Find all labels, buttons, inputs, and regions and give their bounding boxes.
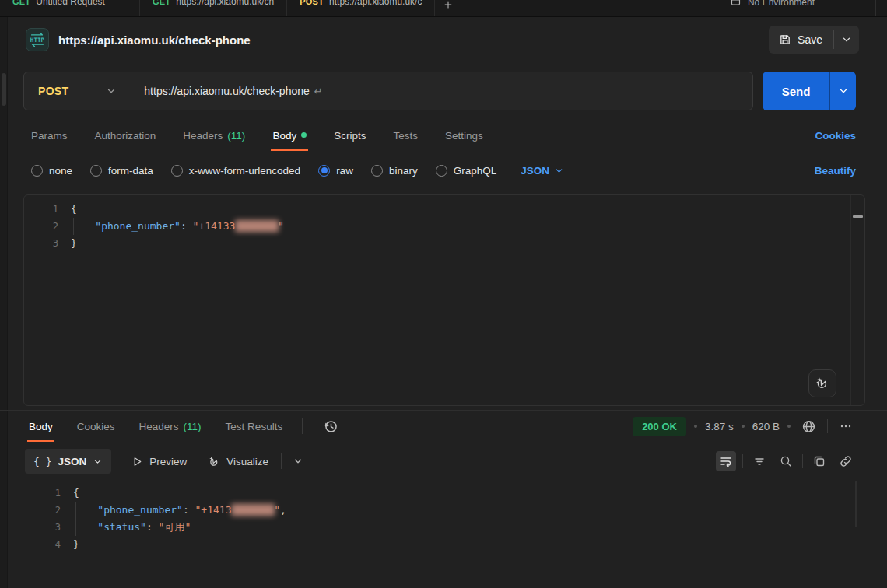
response-history-button[interactable] — [324, 419, 338, 434]
postbot-button[interactable] — [808, 369, 836, 397]
tab-label: Headers — [183, 130, 223, 142]
code-text: { — [61, 485, 79, 502]
cookies-link[interactable]: Cookies — [815, 130, 856, 142]
response-size[interactable]: 620 B — [752, 421, 780, 432]
filter-icon — [752, 454, 766, 468]
mode-raw[interactable]: raw — [318, 165, 353, 177]
search-button[interactable] — [776, 451, 796, 471]
icons-divider — [802, 454, 803, 468]
response-tab-headers[interactable]: Headers(11) — [138, 411, 203, 442]
tab-params[interactable]: Params — [30, 121, 69, 151]
response-options-button[interactable] — [836, 416, 856, 436]
request-tab-3-active[interactable]: POST https://api.xiaomu.uk/c — [287, 0, 435, 17]
mode-label: x-www-form-urlencoded — [189, 165, 300, 177]
save-options-button[interactable] — [834, 26, 859, 54]
copy-button[interactable] — [809, 451, 829, 471]
editor-scrollbar[interactable] — [850, 195, 864, 405]
tab-method-badge: POST — [300, 0, 324, 6]
headers-count: (11) — [227, 130, 245, 142]
code-line: 2 "phone_number": "+1413████████", — [23, 502, 864, 519]
modified-dot — [301, 132, 307, 138]
filter-button[interactable] — [749, 451, 770, 471]
code-text: } — [58, 235, 77, 252]
code-text: "phone_number": "+1413████████", — [61, 502, 286, 519]
tab-method-badge: GET — [12, 0, 30, 6]
network-info-button[interactable] — [798, 416, 819, 437]
mode-none[interactable]: none — [31, 165, 72, 177]
method-selector[interactable]: POST — [24, 72, 128, 110]
environment-selector[interactable]: No Environment — [730, 0, 815, 12]
radio-icon — [436, 165, 447, 177]
line-number: 2 — [23, 502, 61, 519]
environment-icon — [730, 0, 742, 7]
code-text: "phone_number": "+14133████████" — [58, 218, 284, 235]
mode-form-data[interactable]: form-data — [90, 165, 153, 177]
tab-title: https://api.xiaomu.uk/ch — [176, 0, 274, 7]
visualize-button[interactable]: Visualize — [207, 455, 268, 468]
code-line: 1{ — [23, 485, 864, 502]
request-body-editor[interactable]: 1{2 "phone_number": "+14133████████"3} — [23, 194, 865, 406]
topbar-divider — [875, 0, 876, 17]
request-body-code[interactable]: 1{2 "phone_number": "+14133████████"3} — [24, 195, 864, 252]
response-meta: 200 OK 3.87 s 620 B — [633, 416, 856, 437]
mode-label: GraphQL — [454, 165, 497, 177]
request-header: HTTP https://api.xiaomu.uk/check-phone S… — [8, 17, 887, 62]
response-time[interactable]: 3.87 s — [705, 421, 734, 432]
send-options-button[interactable] — [830, 72, 856, 110]
tab-body[interactable]: Body — [271, 121, 308, 151]
ellipsis-icon — [839, 419, 853, 433]
tab-authorization[interactable]: Authorization — [93, 121, 158, 151]
chevron-down-icon — [554, 166, 564, 176]
line-number: 3 — [23, 519, 61, 536]
send-button[interactable]: Send — [763, 72, 829, 110]
response-tab-test-results[interactable]: Test Results — [224, 411, 285, 442]
response-tab-cookies[interactable]: Cookies — [75, 411, 117, 442]
preview-label: Preview — [149, 456, 187, 467]
enter-hint: ↵ — [314, 86, 323, 97]
sidebar-scroll-thumb[interactable] — [2, 73, 6, 106]
tab-title: https://api.xiaomu.uk/c — [329, 0, 422, 7]
request-name-title[interactable]: https://api.xiaomu.uk/check-phone — [58, 33, 251, 47]
response-body-editor[interactable]: 1{2 "phone_number": "+1413████████",3 "s… — [23, 479, 864, 588]
wrap-text-button[interactable] — [716, 451, 736, 471]
line-number: 4 — [23, 536, 61, 553]
history-clock-icon — [324, 419, 338, 434]
line-number: 1 — [24, 201, 58, 218]
preview-button[interactable]: Preview — [131, 456, 187, 467]
mode-graphql[interactable]: GraphQL — [436, 165, 497, 177]
chevron-down-icon — [838, 86, 849, 96]
new-tab-button[interactable] — [435, 0, 461, 16]
mode-x-www-form-urlencoded[interactable]: x-www-form-urlencoded — [171, 165, 300, 177]
url-input[interactable]: https://api.xiaomu.uk/check-phone↵ — [128, 85, 752, 97]
method-label: POST — [38, 85, 68, 97]
language-selector[interactable]: JSON — [521, 165, 564, 177]
beautify-link[interactable]: Beautify — [815, 165, 856, 177]
tab-tests[interactable]: Tests — [391, 121, 419, 151]
send-split-button: Send — [763, 72, 856, 110]
editor-scroll-thumb[interactable] — [853, 215, 863, 218]
mode-binary[interactable]: binary — [371, 165, 418, 177]
tab-title: Untitled Request — [36, 0, 105, 7]
link-button[interactable] — [836, 451, 856, 471]
tab-label: Test Results — [226, 421, 283, 432]
environment-label: No Environment — [748, 0, 815, 8]
tab-settings[interactable]: Settings — [444, 121, 485, 151]
toolbar-divider — [281, 453, 282, 469]
radio-icon — [90, 165, 102, 177]
request-tab-2[interactable]: GET https://api.xiaomu.uk/ch — [140, 0, 287, 17]
tab-scripts[interactable]: Scripts — [332, 121, 367, 151]
radio-icon-selected — [318, 165, 330, 177]
response-format-dropdown[interactable]: { } JSON — [25, 449, 111, 474]
status-badge[interactable]: 200 OK — [633, 417, 686, 436]
response-body-code[interactable]: 1{2 "phone_number": "+1413████████",3 "s… — [23, 479, 864, 553]
response-tab-body[interactable]: Body — [27, 411, 54, 442]
save-button[interactable]: Save — [769, 26, 833, 54]
visualize-label: Visualize — [226, 456, 268, 467]
request-tab-1[interactable]: GET Untitled Request — [0, 0, 140, 17]
response-scroll-thumb[interactable] — [855, 481, 857, 527]
tab-headers[interactable]: Headers(11) — [181, 121, 247, 151]
more-views-button[interactable] — [293, 456, 303, 467]
play-icon — [131, 456, 143, 467]
search-icon — [779, 454, 793, 468]
mode-label: raw — [336, 165, 353, 177]
